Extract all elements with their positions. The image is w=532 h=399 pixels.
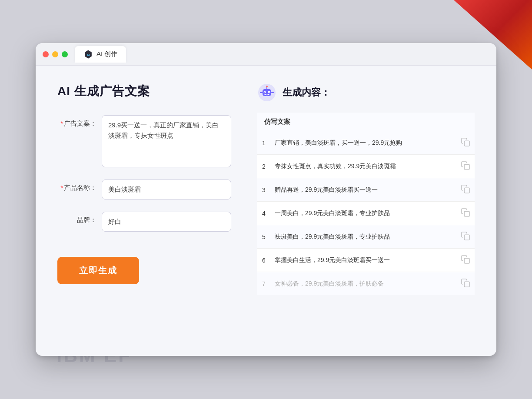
tab-label: AI 创作 <box>96 50 117 58</box>
svg-point-9 <box>269 92 269 93</box>
label-ad-copy: *广告文案： <box>57 115 96 128</box>
close-button[interactable] <box>43 51 49 57</box>
ad-copy-input[interactable]: 29.9买一送一，真正的厂家直销，美白淡斑霜，专抹女性斑点 <box>102 115 231 167</box>
window-body: AI 生成广告文案 *广告文案： 29.9买一送一，真正的厂家直销，美白淡斑霜，… <box>36 66 496 313</box>
svg-rect-12 <box>464 141 469 146</box>
svg-rect-11 <box>271 92 274 93</box>
row-text: 掌握美白生活，29.9元美白淡斑霜买一送一 <box>270 249 456 272</box>
table-header: 仿写文案 <box>257 113 475 131</box>
row-number: 4 <box>257 202 270 225</box>
svg-rect-17 <box>464 258 469 263</box>
copy-icon[interactable] <box>461 278 470 288</box>
copy-icon[interactable] <box>461 208 470 217</box>
row-text: 祛斑美白，29.9元美白淡斑霜，专业护肤品 <box>270 225 456 249</box>
result-title: 生成内容： <box>283 86 330 99</box>
copy-cell[interactable] <box>456 225 475 249</box>
ai-tab-icon: AI <box>83 50 93 59</box>
result-table: 仿写文案 1厂家直销，美白淡斑霜，买一送一，29.9元抢购2专抹女性斑点，真实功… <box>257 113 475 295</box>
row-text: 厂家直销，美白淡斑霜，买一送一，29.9元抢购 <box>270 131 456 155</box>
maximize-button[interactable] <box>62 51 68 57</box>
form-group-product-name: *产品名称： <box>57 180 231 200</box>
copy-icon[interactable] <box>461 137 470 147</box>
row-number: 1 <box>257 131 270 155</box>
minimize-button[interactable] <box>52 51 58 57</box>
table-row: 4一周美白，29.9元美白淡斑霜，专业护肤品 <box>257 202 475 225</box>
row-number: 7 <box>257 272 270 296</box>
table-row: 7女神必备，29.9元美白淡斑霜，护肤必备 <box>257 272 475 296</box>
table-row: 1厂家直销，美白淡斑霜，买一送一，29.9元抢购 <box>257 131 475 155</box>
table-row: 2专抹女性斑点，真实功效，29.9元美白淡斑霜 <box>257 155 475 178</box>
required-star-ad-copy: * <box>60 120 63 127</box>
copy-icon[interactable] <box>461 161 470 170</box>
svg-rect-18 <box>464 282 469 287</box>
form-group-brand: 品牌： <box>57 212 231 232</box>
svg-rect-10 <box>260 92 263 93</box>
label-product-name: *产品名称： <box>57 180 96 192</box>
right-panel: 生成内容： 仿写文案 1厂家直销，美白淡斑霜，买一送一，29.9元抢购2专抹女性… <box>257 83 475 295</box>
svg-rect-16 <box>464 235 469 240</box>
tab-ai-create[interactable]: AI AI 创作 <box>75 46 126 63</box>
svg-text:AI: AI <box>87 53 90 56</box>
page-title: AI 生成广告文案 <box>57 83 231 100</box>
row-text: 女神必备，29.9元美白淡斑霜，护肤必备 <box>270 272 456 296</box>
generate-button[interactable]: 立即生成 <box>57 257 139 284</box>
required-star-product: * <box>60 184 63 191</box>
row-text: 赠品再送，29.9元美白淡斑霜买一送一 <box>270 178 456 202</box>
desktop: IBM EF AI AI 创作 AI 生成广告文案 <box>0 0 532 399</box>
copy-icon[interactable] <box>461 255 470 264</box>
table-row: 6掌握美白生活，29.9元美白淡斑霜买一送一 <box>257 249 475 272</box>
row-number: 6 <box>257 249 270 272</box>
svg-rect-13 <box>464 164 469 170</box>
brand-input[interactable] <box>102 212 231 232</box>
row-text: 专抹女性斑点，真实功效，29.9元美白淡斑霜 <box>270 155 456 178</box>
row-text: 一周美白，29.9元美白淡斑霜，专业护肤品 <box>270 202 456 225</box>
label-brand: 品牌： <box>57 212 96 224</box>
copy-cell[interactable] <box>456 272 475 296</box>
table-row: 5祛斑美白，29.9元美白淡斑霜，专业护肤品 <box>257 225 475 249</box>
copy-cell[interactable] <box>456 249 475 272</box>
svg-rect-14 <box>464 188 469 193</box>
copy-cell[interactable] <box>456 131 475 155</box>
svg-point-8 <box>264 92 265 93</box>
copy-cell[interactable] <box>456 202 475 225</box>
row-number: 2 <box>257 155 270 178</box>
copy-icon[interactable] <box>461 184 470 194</box>
traffic-lights <box>43 51 68 57</box>
svg-rect-15 <box>464 211 469 216</box>
main-window: AI AI 创作 AI 生成广告文案 *广告文案： 29.9买一送一，真正的厂家… <box>36 43 496 356</box>
product-name-input[interactable] <box>102 180 231 200</box>
copy-cell[interactable] <box>456 155 475 178</box>
left-panel: AI 生成广告文案 *广告文案： 29.9买一送一，真正的厂家直销，美白淡斑霜，… <box>57 83 231 295</box>
titlebar: AI AI 创作 <box>36 43 496 66</box>
result-header: 生成内容： <box>257 83 475 102</box>
form-group-ad-copy: *广告文案： 29.9买一送一，真正的厂家直销，美白淡斑霜，专抹女性斑点 <box>57 115 231 167</box>
svg-point-5 <box>266 86 268 87</box>
bot-icon <box>257 83 276 102</box>
row-number: 5 <box>257 225 270 249</box>
row-number: 3 <box>257 178 270 202</box>
copy-cell[interactable] <box>456 178 475 202</box>
copy-icon[interactable] <box>461 231 470 241</box>
table-row: 3赠品再送，29.9元美白淡斑霜买一送一 <box>257 178 475 202</box>
